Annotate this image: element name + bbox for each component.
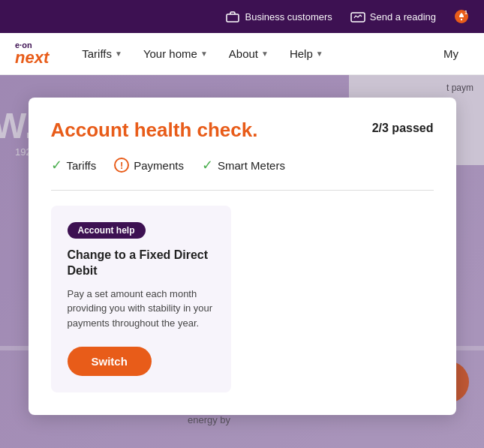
send-reading-link[interactable]: Send a reading (350, 9, 436, 24)
switch-button[interactable]: Switch (68, 347, 152, 376)
help-label: Help (290, 47, 313, 60)
check-tariffs: ✓ Tariffs (51, 157, 97, 173)
my-label: My (443, 47, 458, 60)
meter-icon (350, 9, 365, 24)
nav-tariffs[interactable]: Tariffs ▼ (71, 33, 133, 75)
modal-header: Account health check. 2/3 passed (51, 119, 434, 142)
send-reading-label: Send a reading (370, 11, 436, 23)
business-customers-link[interactable]: Business customers (225, 9, 332, 24)
top-bar: Business customers Send a reading 1 (0, 0, 484, 33)
tariffs-label: Tariffs (82, 47, 112, 60)
about-label: About (229, 47, 258, 60)
modal-passed: 2/3 passed (372, 122, 434, 135)
your-home-label: Your home (143, 47, 197, 60)
nav-items: Tariffs ▼ Your home ▼ About ▼ Help ▼ My (71, 33, 469, 75)
account-help-card: Account help Change to a Fixed Direct De… (51, 206, 231, 392)
modal-divider (51, 190, 434, 191)
modal-title: Account health check. (51, 119, 258, 142)
check-smart-meters-label: Smart Meters (218, 159, 285, 172)
check-smart-meters-icon: ✓ (202, 157, 213, 173)
about-chevron-icon: ▼ (261, 50, 269, 58)
tariffs-chevron-icon: ▼ (115, 50, 122, 58)
check-payments-label: Payments (134, 159, 184, 172)
card-tag: Account help (68, 222, 146, 239)
health-check-modal: Account health check. 2/3 passed ✓ Tarif… (29, 98, 456, 415)
svg-text:1: 1 (464, 10, 467, 15)
check-smart-meters: ✓ Smart Meters (202, 157, 285, 173)
nav-help[interactable]: Help ▼ (279, 33, 334, 75)
modal-overlay: Account health check. 2/3 passed ✓ Tarif… (0, 75, 484, 448)
card-description: Pay a set amount each month providing yo… (68, 287, 215, 331)
your-home-chevron-icon: ▼ (200, 50, 208, 58)
svg-point-3 (461, 19, 462, 20)
modal-checks: ✓ Tariffs ! Payments ✓ Smart Meters (51, 157, 434, 173)
check-payments-icon: ! (114, 158, 129, 173)
check-tariffs-label: Tariffs (67, 159, 97, 172)
briefcase-icon (225, 9, 240, 24)
business-customers-label: Business customers (245, 11, 332, 23)
svg-rect-0 (227, 14, 239, 22)
nav-about[interactable]: About ▼ (218, 33, 279, 75)
check-tariffs-icon: ✓ (51, 157, 62, 173)
nav-bar: e·on next Tariffs ▼ Your home ▼ About ▼ … (0, 33, 484, 75)
nav-my[interactable]: My (433, 33, 469, 75)
help-chevron-icon: ▼ (316, 50, 323, 58)
logo-next-text: next (15, 50, 49, 66)
nav-your-home[interactable]: Your home ▼ (133, 33, 218, 75)
eon-next-logo[interactable]: e·on next (15, 41, 49, 66)
check-payments: ! Payments (114, 158, 184, 173)
card-title: Change to a Fixed Direct Debit (68, 248, 215, 279)
notifications-icon[interactable]: 1 (454, 9, 469, 24)
